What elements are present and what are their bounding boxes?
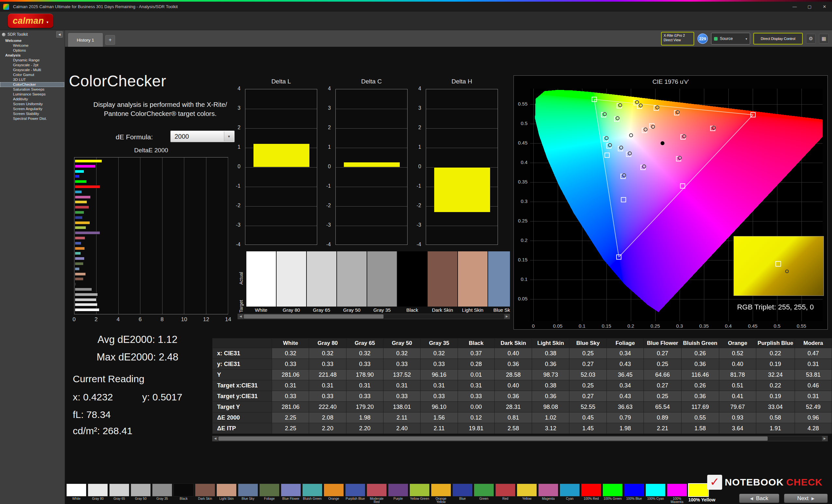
cie-yaxis: 0.050.10.150.20.250.30.350.40.450.50.55	[515, 76, 529, 329]
swatch-scrollbar[interactable]: ◀ ▶	[238, 314, 510, 319]
meter-button[interactable]: X-Rite i1Pro 2 Direct View	[661, 32, 694, 46]
patch-color	[281, 483, 301, 497]
scroll-right-arrow-icon[interactable]: ▶	[822, 436, 828, 441]
swatch-label: Gray 65	[307, 307, 336, 313]
back-button[interactable]: ◀ Back	[739, 494, 779, 503]
tab-history-1[interactable]: History 1	[68, 33, 103, 47]
patch-label: Red	[495, 497, 516, 503]
minimize-button[interactable]: —	[787, 2, 802, 12]
deltae-bar-blue	[75, 216, 82, 219]
table-cell: 28.31	[495, 402, 532, 413]
sidebar-item-3d-lut[interactable]: 3D LUT	[0, 77, 64, 82]
sidebar-item-grayscale-2pt[interactable]: Grayscale - 2pt	[0, 63, 64, 67]
table-cell: 19.81	[458, 423, 495, 434]
delta-h-plot	[426, 89, 498, 245]
sidebar-item-grayscale-multi[interactable]: Grayscale - Multi	[0, 67, 64, 73]
layout-grid-icon[interactable]: ▦	[819, 34, 829, 44]
patch-white: White	[66, 483, 86, 503]
sidebar-item-screen-stability[interactable]: Screen Stability	[0, 111, 64, 116]
meter-count-badge[interactable]: 229	[698, 33, 708, 44]
sidebar-item-spectral-power-dist[interactable]: Spectral Power Dist.	[0, 116, 64, 121]
direct-display-control-button[interactable]: Direct Display Control	[753, 33, 803, 45]
next-button[interactable]: Next ▶	[784, 494, 828, 503]
patch-purple: Purple	[388, 483, 408, 503]
gear-icon[interactable]: ⚙	[806, 34, 816, 44]
calman-menu-button[interactable]: calman ▾	[8, 13, 53, 28]
scroll-left-arrow-icon[interactable]: ◀	[238, 314, 243, 319]
target-row-label: Target	[238, 287, 244, 313]
table-cell: 2.58	[495, 423, 532, 434]
table-cell: 0.19	[756, 359, 795, 369]
sidebar-item-welcome[interactable]: Welcome	[0, 38, 64, 43]
table-cell: 0.31	[309, 380, 346, 391]
table-scrollbar-thumb[interactable]	[218, 437, 768, 441]
patch-color	[88, 483, 108, 497]
deltae-bar-bluish-green	[75, 252, 81, 255]
table-cell: 0.36	[532, 359, 569, 369]
cie-xtick-label: 0.35	[696, 323, 712, 329]
close-button[interactable]: ✕	[817, 2, 832, 12]
table-cell: 0.45	[569, 413, 607, 423]
de-formula-select[interactable]: 2000 ▾	[170, 131, 235, 142]
table-cell: 0.22	[756, 380, 795, 391]
table-cell: 2.08	[309, 413, 346, 423]
scroll-left-arrow-icon[interactable]: ◀	[212, 436, 218, 441]
table-cell: 2.25	[272, 423, 309, 434]
table-cell: 0.33	[272, 359, 309, 369]
patch-label: Purplish Blue	[345, 497, 365, 503]
table-cell: 79.67	[719, 402, 756, 413]
table-cell: 0.47	[795, 348, 832, 359]
sidebar-item-colorchecker[interactable]: ColorChecker	[0, 82, 64, 87]
delta-gridline	[336, 167, 407, 168]
patch-label: 100% Cyan	[646, 497, 666, 503]
sidebar-item-dynamic-range[interactable]: Dynamic Range	[0, 58, 64, 63]
patch-color	[302, 483, 322, 497]
swatch-scrollbar-thumb[interactable]	[244, 314, 384, 318]
scroll-right-arrow-icon[interactable]: ▶	[504, 314, 510, 319]
patch-label: Cyan	[560, 497, 580, 503]
patch-gray-65: Gray 65	[109, 483, 129, 503]
table-cell: 0.31	[458, 380, 495, 391]
delta-l-plot	[245, 89, 317, 245]
patch-color	[367, 483, 387, 497]
patch-magenta: Magenta	[538, 483, 558, 503]
results-table: WhiteGray 80Gray 65Gray 50Gray 35BlackDa…	[212, 338, 832, 434]
table-cell: 0.51	[719, 380, 756, 391]
notebookcheck-logo-icon: ✓	[707, 475, 722, 490]
table-col-header: Dark Skin	[495, 338, 532, 348]
table-cell: 0.25	[569, 380, 607, 391]
table-cell: 32.24	[756, 369, 795, 380]
swatch-dark-skin: Dark Skin	[428, 251, 457, 313]
table-cell: 36.63	[607, 402, 644, 413]
source-dropdown[interactable]: Source ▾	[711, 33, 750, 45]
table-cell: 117.69	[681, 402, 719, 413]
cie-xtick-label: 0.45	[745, 323, 760, 329]
cie-ytick-label: 0.55	[515, 101, 527, 107]
table-cell: 0.40	[495, 380, 532, 391]
sidebar-item-options[interactable]: Options	[0, 48, 64, 53]
sidebar-item-additivity[interactable]: Additivity	[0, 97, 64, 102]
sidebar-item-screen-uniformity[interactable]: Screen Uniformity	[0, 102, 64, 107]
deltae-bar-green	[75, 211, 84, 214]
maximize-button[interactable]: ▢	[802, 2, 817, 12]
swatch-label: Blue Sky	[488, 307, 510, 313]
table-cell: 33.04	[756, 402, 795, 413]
sidebar-item-color-gamut[interactable]: Color Gamut	[0, 73, 64, 77]
collapse-sidebar-button[interactable]: ◀	[56, 31, 63, 38]
patch-color	[517, 483, 537, 497]
table-col-header: Gray 65	[346, 338, 383, 348]
table-cell: 0.33	[346, 391, 383, 402]
table-col-header: Black	[458, 338, 495, 348]
table-col-header: Bluish Green	[681, 338, 719, 348]
sidebar-item-screen-angularity[interactable]: Screen Angularity	[0, 107, 64, 111]
sidebar-item-welcome[interactable]: Welcome	[0, 43, 64, 48]
sidebar-item-analysis[interactable]: Analysis	[0, 53, 64, 58]
delta-gridline	[245, 128, 317, 129]
add-tab-button[interactable]: +	[105, 35, 115, 45]
sidebar-item-saturation-sweeps[interactable]: Saturation Sweeps	[0, 87, 64, 92]
current-patch-inset	[733, 236, 824, 296]
table-scrollbar[interactable]: ◀ ▶	[212, 436, 828, 441]
table-cell: 0.31	[795, 391, 832, 402]
sidebar-item-luminance-sweeps[interactable]: Luminance Sweeps	[0, 92, 64, 97]
patch-label: Foliage	[259, 497, 280, 503]
